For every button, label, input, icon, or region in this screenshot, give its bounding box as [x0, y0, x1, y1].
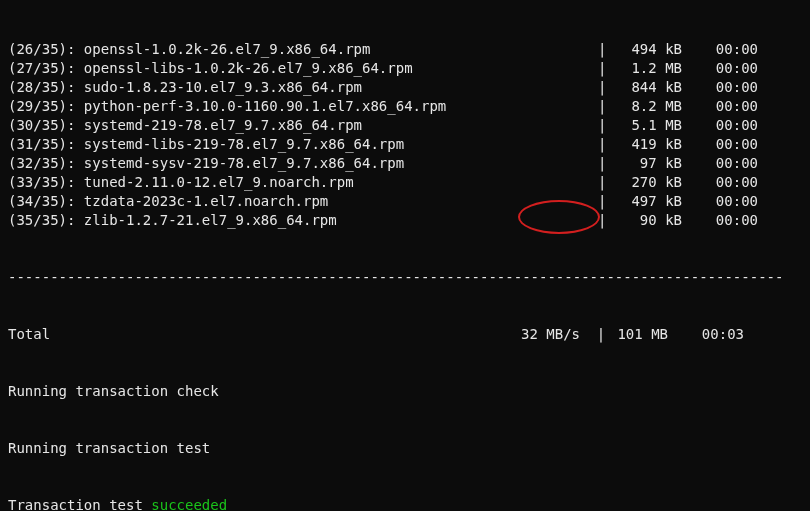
total-rate: 32 MB/s: [508, 325, 580, 344]
sep-bar: |: [598, 116, 610, 135]
download-time: 00:00: [698, 78, 758, 97]
download-size: 8.2 MB: [610, 97, 682, 116]
sep-bar: |: [598, 154, 610, 173]
download-name: (34/35): tzdata-2023c-1.el7.noarch.rpm: [8, 192, 598, 211]
download-name: (26/35): openssl-1.0.2k-26.el7_9.x86_64.…: [8, 40, 598, 59]
download-name: (32/35): systemd-sysv-219-78.el7_9.7.x86…: [8, 154, 598, 173]
download-name: (30/35): systemd-219-78.el7_9.7.x86_64.r…: [8, 116, 598, 135]
download-size: 844 kB: [610, 78, 682, 97]
download-time: 00:00: [698, 59, 758, 78]
download-row: (26/35): openssl-1.0.2k-26.el7_9.x86_64.…: [8, 40, 802, 59]
sep-bar: |: [598, 78, 610, 97]
download-name: (35/35): zlib-1.2.7-21.el7_9.x86_64.rpm: [8, 211, 598, 230]
download-size: 270 kB: [610, 173, 682, 192]
sep-bar: |: [598, 192, 610, 211]
download-name: (27/35): openssl-libs-1.0.2k-26.el7_9.x8…: [8, 59, 598, 78]
sep-bar: |: [598, 59, 610, 78]
download-row: (35/35): zlib-1.2.7-21.el7_9.x86_64.rpm|…: [8, 211, 802, 230]
download-time: 00:00: [698, 154, 758, 173]
sep-bar: |: [598, 211, 610, 230]
download-row: (30/35): systemd-219-78.el7_9.7.x86_64.r…: [8, 116, 802, 135]
download-time: 00:00: [698, 116, 758, 135]
download-time: 00:00: [698, 40, 758, 59]
divider-line: ----------------------------------------…: [8, 268, 802, 287]
sep-bar: |: [598, 173, 610, 192]
succeeded-text: succeeded: [151, 497, 227, 511]
download-time: 00:00: [698, 135, 758, 154]
download-size: 90 kB: [610, 211, 682, 230]
download-size: 497 kB: [610, 192, 682, 211]
total-row: Total 32 MB/s | 101 MB 00:03: [8, 325, 802, 344]
download-row: (29/35): python-perf-3.10.0-1160.90.1.el…: [8, 97, 802, 116]
download-row: (33/35): tuned-2.11.0-12.el7_9.noarch.rp…: [8, 173, 802, 192]
download-time: 00:00: [698, 192, 758, 211]
download-name: (28/35): sudo-1.8.23-10.el7_9.3.x86_64.r…: [8, 78, 598, 97]
download-row: (27/35): openssl-libs-1.0.2k-26.el7_9.x8…: [8, 59, 802, 78]
download-size: 5.1 MB: [610, 116, 682, 135]
terminal-output: (26/35): openssl-1.0.2k-26.el7_9.x86_64.…: [0, 0, 810, 511]
download-size: 494 kB: [610, 40, 682, 59]
download-row: (34/35): tzdata-2023c-1.el7.noarch.rpm|4…: [8, 192, 802, 211]
sep-bar: |: [598, 97, 610, 116]
sep-bar: |: [598, 135, 610, 154]
download-name: (29/35): python-perf-3.10.0-1160.90.1.el…: [8, 97, 598, 116]
download-size: 1.2 MB: [610, 59, 682, 78]
status-check: Running transaction check: [8, 382, 802, 401]
download-time: 00:00: [698, 211, 758, 230]
sep-bar: |: [598, 40, 610, 59]
download-row: (32/35): systemd-sysv-219-78.el7_9.7.x86…: [8, 154, 802, 173]
download-row: (31/35): systemd-libs-219-78.el7_9.7.x86…: [8, 135, 802, 154]
download-name: (31/35): systemd-libs-219-78.el7_9.7.x86…: [8, 135, 598, 154]
download-time: 00:00: [698, 97, 758, 116]
download-name: (33/35): tuned-2.11.0-12.el7_9.noarch.rp…: [8, 173, 598, 192]
total-label: Total: [8, 325, 508, 344]
status-test-result: Transaction test succeeded: [8, 496, 802, 511]
total-time: 00:03: [684, 325, 744, 344]
sep-bar: |: [580, 325, 596, 344]
total-size: 101 MB: [596, 325, 668, 344]
download-row: (28/35): sudo-1.8.23-10.el7_9.3.x86_64.r…: [8, 78, 802, 97]
download-size: 97 kB: [610, 154, 682, 173]
download-size: 419 kB: [610, 135, 682, 154]
download-time: 00:00: [698, 173, 758, 192]
status-test: Running transaction test: [8, 439, 802, 458]
